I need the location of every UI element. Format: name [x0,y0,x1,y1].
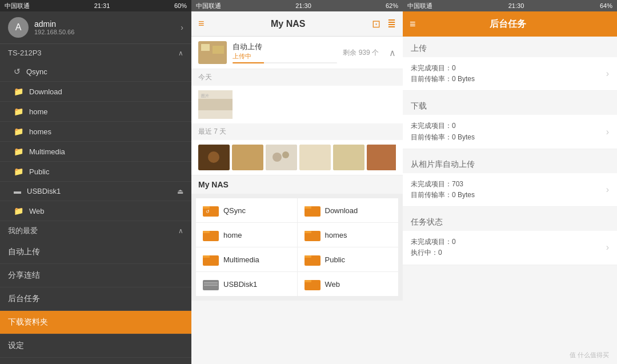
auto-photo-incomplete: 未完成项目：703 [411,179,602,190]
sidebar-item-label: Download [29,87,62,96]
nav-item-label: 下载资料夹 [8,317,48,327]
folder-cell-multimedia[interactable]: Multimedia [196,247,297,271]
right-header: ≡ 后台任务 [403,11,617,37]
web-folder-icon [305,278,320,290]
right-arrow-icon: › [181,23,183,32]
week-thumb-4[interactable] [299,145,331,170]
my-nas-label: My NAS [191,175,403,194]
folder-cell-qsync[interactable]: ↺ QSync [196,198,297,222]
today-section: 图片 [191,86,403,123]
homes-folder-icon [305,229,320,241]
svg-rect-26 [305,231,311,233]
eject-icon[interactable]: ⏏ [177,187,183,195]
folder-icon-multimedia: 📁 [14,147,23,156]
folder-icon-web: 📁 [14,206,23,215]
sidebar-item-usbdisk1[interactable]: ▬ USBDisk1 ⏏ [0,182,191,201]
favorites-section-header[interactable]: 我的最爱 ∧ [0,221,191,241]
sidebar-nav-settings[interactable]: 设定 [0,334,191,358]
folder-cell-public[interactable]: Public [298,247,399,271]
mid-carrier: 中国联通 [196,2,221,10]
svg-point-10 [273,153,282,162]
task-status-row[interactable]: 未完成项目：0 执行中：0 › [403,231,617,265]
device-section-header[interactable]: TS-212P3 ∧ [0,44,191,62]
upload-title: 自动上传 [233,42,337,52]
nav-item-label: 分享连结 [8,270,40,281]
week-thumb-1[interactable] [198,145,230,170]
svg-rect-8 [232,145,263,170]
middle-status-bar: 中国联通 21:30 62% [191,0,403,11]
left-panel: 中国联通 21:31 60% A admin 192.168.50.66 › T… [0,0,191,364]
auto-photo-task-section: 从相片库自动上传 未完成项目：703 目前传输率：0 Bytes › [403,153,617,207]
download-task-info: 未完成项目：0 目前传输率：0 Bytes [411,121,602,142]
svg-rect-32 [204,282,218,283]
today-section-label: 今天 [191,69,403,86]
sidebar-item-qsync[interactable]: ↺ Qsync [0,62,191,82]
folder-label-homes: homes [325,231,347,239]
sidebar-item-label: Web [29,207,45,215]
upload-chevron-icon: › [606,69,609,79]
sidebar-item-web[interactable]: 📁 Web [0,201,191,221]
folder-icon-homes: 📁 [14,127,23,136]
nav-item-label: 自动上传 [8,247,40,257]
sidebar-item-public[interactable]: 📁 Public [0,162,191,182]
sidebar-nav-auto-upload[interactable]: 自动上传 [0,241,191,264]
upload-progress-bar-container [233,62,337,63]
task-incomplete: 未完成项目：0 [411,237,602,247]
mid-battery: 62% [386,2,398,9]
device-chevron-icon: ∧ [178,49,183,57]
right-status-bar: 中国联通 21:30 64% [403,0,617,11]
upload-task-row[interactable]: 未完成项目：0 目前传输率：0 Bytes › [403,57,617,91]
task-status-chevron-icon: › [606,242,609,253]
download-task-row[interactable]: 未完成项目：0 目前传输率：0 Bytes › [403,115,617,149]
week-section [191,140,403,175]
auto-photo-task-row[interactable]: 未完成项目：703 目前传输率：0 Bytes › [403,173,617,207]
device-name: TS-212P3 [8,49,42,57]
sidebar-item-homes[interactable]: 📁 homes [0,122,191,142]
nav-item-label: 后台任务 [8,294,40,304]
upload-info: 自动上传 上传中 [233,42,337,63]
sidebar-nav-download-folder[interactable]: 下载资料夹 [0,311,191,334]
week-thumb-6[interactable] [367,145,396,170]
folder-icon-home: 📁 [14,107,23,116]
folder-cell-usbdisk1[interactable]: USBDisk1 [196,272,297,296]
svg-point-11 [282,151,289,158]
week-thumb-3[interactable] [266,145,297,170]
upload-thumbnail [198,41,227,64]
sidebar-nav-background-tasks[interactable]: 后台任务 [0,287,191,311]
task-executing: 执行中：0 [411,247,602,258]
folder-cell-download[interactable]: Download [298,198,399,222]
left-battery: 60% [174,2,187,9]
folder-cell-home[interactable]: home [196,223,297,247]
sidebar-item-download[interactable]: 📁 Download [0,82,191,102]
middle-hamburger-icon[interactable]: ≡ [198,18,205,30]
folder-icon-public: 📁 [14,167,23,176]
user-name: admin [34,19,175,29]
user-header: A admin 192.168.50.66 › [0,11,191,44]
download-section-title: 下载 [403,94,617,115]
sidebar-item-multimedia[interactable]: 📁 Multimedia [0,142,191,162]
svg-point-7 [208,151,219,163]
home-folder-icon [203,229,219,241]
week-section-label: 最近 7 天 [191,123,403,140]
auto-photo-rate: 目前传输率：0 Bytes [411,190,602,201]
folder-cell-homes[interactable]: homes [298,223,399,247]
week-thumb-5[interactable] [333,145,364,170]
list-icon[interactable]: ≣ [387,18,396,30]
download-rate: 目前传输率：0 Bytes [411,132,602,143]
upload-expand-icon[interactable]: ∧ [389,47,396,58]
task-status-info: 未完成项目：0 执行中：0 [411,237,602,258]
left-scroll-area: ↺ Qsync 📁 Download 📁 home 📁 homes 📁 Mult… [0,62,191,364]
today-thumbnail: 图片 [198,90,233,119]
svg-rect-24 [203,231,210,233]
folder-cell-web[interactable]: Web [298,272,399,296]
upload-rate: 目前传输率：0 Bytes [411,74,602,85]
header-icons: ⊡ ≣ [372,18,396,30]
sidebar-nav-share-link[interactable]: 分享连结 [0,264,191,287]
right-hamburger-icon[interactable]: ≡ [410,18,416,30]
middle-header: ≡ My NAS ⊡ ≣ [191,11,403,37]
sidebar-item-home[interactable]: 📁 home [0,102,191,122]
week-thumb-2[interactable] [232,145,263,170]
monitor-icon[interactable]: ⊡ [372,18,380,30]
multimedia-folder-icon [203,253,219,266]
folder-label-public: Public [325,255,345,264]
